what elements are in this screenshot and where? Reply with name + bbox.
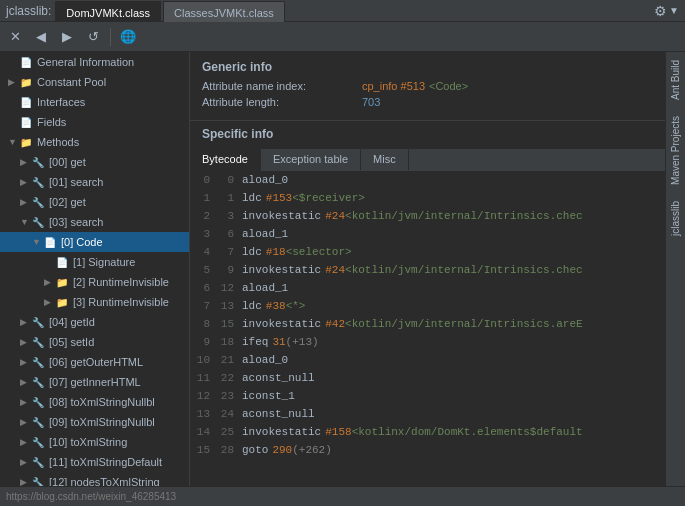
code-comment: <kotlin/jvm/internal/Intrinsics.chec <box>345 210 583 222</box>
close-button[interactable]: ✕ <box>4 26 26 48</box>
sidebar-item-method-12[interactable]: ▶ 🔧 [12] nodesToXmlString <box>0 472 189 486</box>
code-ref[interactable]: #18 <box>266 246 286 258</box>
code-opcode: aload_1 <box>242 228 288 240</box>
code-ref[interactable]: #158 <box>325 426 351 438</box>
tree-icon-method-02: 🔧 <box>32 197 46 208</box>
sidebar-item-interfaces[interactable]: 📄 Interfaces <box>0 92 189 112</box>
code-line-inner-num: 21 <box>214 354 242 366</box>
sidebar-item-runtimeinvisible-2[interactable]: ▶ 📁 [2] RuntimeInvisible <box>0 272 189 292</box>
code-ref[interactable]: 31 <box>272 336 285 348</box>
code-ref[interactable]: #153 <box>266 192 292 204</box>
code-ref[interactable]: #42 <box>325 318 345 330</box>
specific-info-title: Specific info <box>202 127 653 141</box>
code-comment: (+262) <box>292 444 332 456</box>
code-line: 815invokestatic #42 <kotlin/jvm/internal… <box>190 315 665 333</box>
tab-bytecode[interactable]: Bytecode <box>190 149 261 171</box>
code-line-inner-num: 13 <box>214 300 242 312</box>
sidebar-item-method-07-getinnerhtml[interactable]: ▶ 🔧 [07] getInnerHTML <box>0 372 189 392</box>
tree-arrow-method-06: ▶ <box>20 357 32 367</box>
window-controls[interactable]: ▼ <box>669 5 679 16</box>
tree-arrow-method-09: ▶ <box>20 417 32 427</box>
code-ref[interactable]: 290 <box>272 444 292 456</box>
sidebar-item-method-11[interactable]: ▶ 🔧 [11] toXmlStringDefault <box>0 452 189 472</box>
sidebar-label-methods: Methods <box>37 136 79 148</box>
code-ref[interactable]: #38 <box>266 300 286 312</box>
tree-icon-method-07: 🔧 <box>32 377 46 388</box>
app-container: jclasslib: DomJVMKt.class ClassesJVMKt.c… <box>0 0 685 506</box>
code-comment: <selector> <box>286 246 352 258</box>
code-line: 1021aload_0 <box>190 351 665 369</box>
code-opcode: aload_0 <box>242 174 288 186</box>
tab-misc[interactable]: Misc <box>361 149 409 170</box>
code-line: 1425invokestatic #158 <kotlinx/dom/DomKt… <box>190 423 665 441</box>
tree-arrow-method-01: ▶ <box>20 177 32 187</box>
tab-classesjvmkt[interactable]: ClassesJVMKt.class <box>163 1 285 25</box>
sidebar-item-method-03-code[interactable]: ▼ 📄 [0] Code <box>0 232 189 252</box>
code-line: 47ldc #18 <selector> <box>190 243 665 261</box>
sidebar-item-runtimeinvisible-3[interactable]: ▶ 📁 [3] RuntimeInvisible <box>0 292 189 312</box>
sidebar-item-method-05-setid[interactable]: ▶ 🔧 [05] setId <box>0 332 189 352</box>
code-opcode: invokestatic <box>242 426 321 438</box>
tree-icon-method-05: 🔧 <box>32 337 46 348</box>
sidebar-item-method-01-search[interactable]: ▶ 🔧 [01] search <box>0 172 189 192</box>
attribute-length-row: Attribute length: 703 <box>202 96 653 108</box>
code-line-inner-num: 9 <box>214 264 242 276</box>
back-button[interactable]: ◀ <box>30 26 52 48</box>
sidebar-item-method-04-getid[interactable]: ▶ 🔧 [04] getId <box>0 312 189 332</box>
sidebar-item-signature[interactable]: 📄 [1] Signature <box>0 252 189 272</box>
sidebar-item-method-10[interactable]: ▶ 🔧 [10] toXmlString <box>0 432 189 452</box>
tab-domjvmkt[interactable]: DomJVMKt.class <box>55 1 161 25</box>
code-comment: <kotlinx/dom/DomKt.elements$default <box>352 426 583 438</box>
status-bar-text: https://blog.csdn.net/weixin_46285413 <box>6 491 176 502</box>
tree-arrow-runtimeinvisible-2: ▶ <box>44 277 56 287</box>
tree-arrow-method-03: ▼ <box>20 217 32 227</box>
attribute-name-value[interactable]: cp_info #513 <box>362 80 425 92</box>
code-opcode: aconst_null <box>242 372 315 384</box>
sidebar-item-method-09[interactable]: ▶ 🔧 [09] toXmlStringNullbl <box>0 412 189 432</box>
gear-icon[interactable]: ⚙ <box>654 3 667 19</box>
code-line-inner-num: 3 <box>214 210 242 222</box>
sidebar-item-method-02-get[interactable]: ▶ 🔧 [02] get <box>0 192 189 212</box>
sidebar-label-interfaces: Interfaces <box>37 96 85 108</box>
side-tab-maven-projects[interactable]: Maven Projects <box>668 108 683 193</box>
main-content: 📄 General Information ▶ 📁 Constant Pool … <box>0 52 685 486</box>
sidebar-label-method-01: [01] search <box>49 176 103 188</box>
tree-icon-method-06: 🔧 <box>32 357 46 368</box>
code-ref[interactable]: #24 <box>325 264 345 276</box>
sidebar-label-method-03: [03] search <box>49 216 103 228</box>
code-line: 1528goto 290 (+262) <box>190 441 665 459</box>
tree-icon-fields: 📄 <box>20 117 34 128</box>
sidebar-label-method-00: [00] get <box>49 156 86 168</box>
sidebar-label-method-06: [06] getOuterHTML <box>49 356 143 368</box>
side-tab-ant-build[interactable]: Ant Build <box>668 52 683 108</box>
tree-icon-interfaces: 📄 <box>20 97 34 108</box>
code-line-inner-num: 1 <box>214 192 242 204</box>
sidebar-item-method-06-getouterhtml[interactable]: ▶ 🔧 [06] getOuterHTML <box>0 352 189 372</box>
sidebar-label-method-03-code: [0] Code <box>61 236 103 248</box>
code-line: 918ifeq 31 (+13) <box>190 333 665 351</box>
code-area[interactable]: 00aload_011ldc #153 <$receiver>23invokes… <box>190 171 665 486</box>
sidebar-item-fields[interactable]: 📄 Fields <box>0 112 189 132</box>
sidebar-item-method-03-search[interactable]: ▼ 🔧 [03] search <box>0 212 189 232</box>
sidebar-item-general-info[interactable]: 📄 General Information <box>0 52 189 72</box>
code-line: 59invokestatic #24 <kotlin/jvm/internal/… <box>190 261 665 279</box>
browser-button[interactable]: 🌐 <box>117 26 139 48</box>
sidebar-item-method-08[interactable]: ▶ 🔧 [08] toXmlStringNullbl <box>0 392 189 412</box>
forward-button[interactable]: ▶ <box>56 26 78 48</box>
code-comment: <*> <box>286 300 306 312</box>
code-ref[interactable]: #24 <box>325 210 345 222</box>
sidebar-item-method-00-get[interactable]: ▶ 🔧 [00] get <box>0 152 189 172</box>
generic-info-title: Generic info <box>202 60 653 74</box>
tree-icon-method-03-code: 📄 <box>44 237 58 248</box>
sidebar-label-method-05: [05] setId <box>49 336 94 348</box>
tab-exception-table[interactable]: Exception table <box>261 149 361 170</box>
sidebar-label-method-08: [08] toXmlStringNullbl <box>49 396 155 408</box>
sidebar-item-methods[interactable]: ▼ 📁 Methods <box>0 132 189 152</box>
tree-icon-runtimeinvisible-2: 📁 <box>56 277 70 288</box>
tree-icon-signature: 📄 <box>56 257 70 268</box>
code-line: 612aload_1 <box>190 279 665 297</box>
side-tab-jclasslib[interactable]: jclasslib <box>668 193 683 244</box>
refresh-button[interactable]: ↺ <box>82 26 104 48</box>
sidebar-item-constant-pool[interactable]: ▶ 📁 Constant Pool <box>0 72 189 92</box>
specific-info-section: Specific info <box>190 121 665 149</box>
